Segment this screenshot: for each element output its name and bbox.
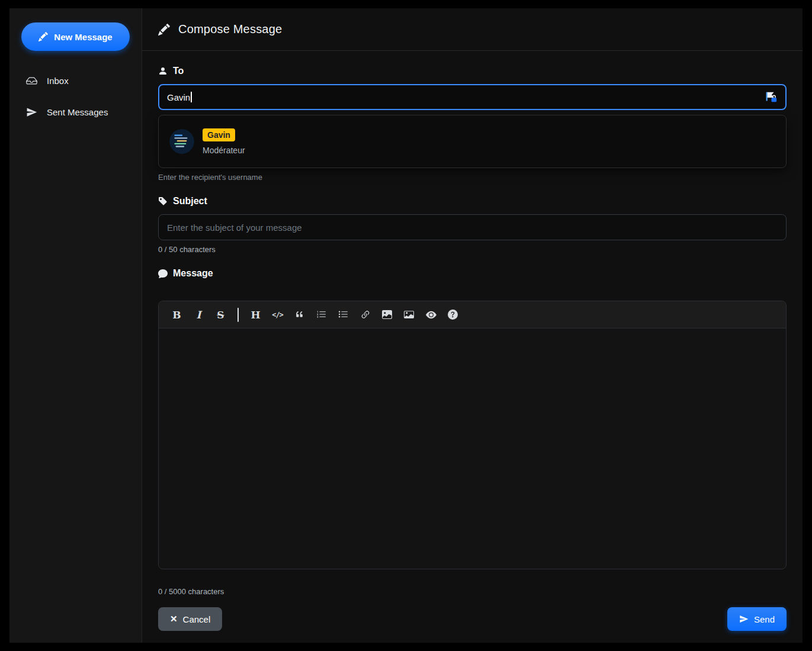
- to-input-value: Gavin: [167, 92, 190, 102]
- paper-plane-icon: [739, 614, 749, 624]
- message-label: Message: [173, 268, 213, 279]
- image-icon: [382, 310, 392, 320]
- form-actions: ✕ Cancel Send: [158, 607, 787, 631]
- browser-autofill-icon[interactable]: [765, 91, 778, 104]
- tag-icon: [158, 196, 168, 206]
- subject-section: Subject 0 / 50 characters: [158, 195, 787, 253]
- subject-counter: 0 / 50 characters: [158, 245, 787, 253]
- send-label: Send: [754, 614, 775, 624]
- toolbar-divider: [237, 308, 239, 322]
- message-counter: 0 / 5000 characters: [158, 587, 787, 595]
- unordered-list-button[interactable]: [332, 305, 354, 325]
- sidebar-item-label: Sent Messages: [47, 107, 108, 117]
- new-message-button[interactable]: New Message: [21, 22, 130, 51]
- cancel-label: Cancel: [183, 614, 211, 624]
- help-button[interactable]: [442, 305, 464, 325]
- italic-icon: I: [197, 309, 201, 321]
- paper-plane-icon: [26, 107, 37, 118]
- sidebar-item-sent-messages[interactable]: Sent Messages: [21, 100, 130, 124]
- chat-bubble-icon: [158, 269, 168, 278]
- send-button[interactable]: Send: [727, 607, 787, 631]
- compose-header: Compose Message: [142, 8, 803, 51]
- ordered-list-icon: [316, 310, 326, 320]
- pencil-icon: [38, 32, 48, 41]
- unordered-list-icon: [338, 310, 348, 320]
- page-title: Compose Message: [178, 22, 282, 36]
- inbox-icon: [26, 75, 37, 86]
- quote-icon: [294, 310, 304, 320]
- suggestion-username-highlight: Gavin: [203, 128, 235, 141]
- recipient-suggestion[interactable]: Gavin Modérateur: [158, 115, 787, 168]
- message-label-row: Message: [158, 268, 787, 279]
- strikethrough-button[interactable]: S: [210, 305, 232, 325]
- avatar: [169, 129, 194, 154]
- sidebar: New Message Inbox Sent Messages: [9, 8, 142, 643]
- heading-button[interactable]: H: [245, 305, 267, 325]
- main-panel: Compose Message To Gavin: [142, 8, 803, 643]
- autofill-shield-icon: [765, 91, 778, 104]
- message-editor: B I S H </>: [158, 301, 787, 569]
- image-button[interactable]: [376, 305, 398, 325]
- help-icon: [448, 310, 458, 320]
- pencil-icon: [158, 24, 170, 36]
- ordered-list-button[interactable]: [310, 305, 332, 325]
- message-body-input[interactable]: [159, 328, 786, 569]
- subject-input[interactable]: [158, 214, 787, 240]
- code-block-button[interactable]: </>: [267, 305, 288, 325]
- heading-icon: H: [251, 309, 260, 321]
- blockquote-button[interactable]: [288, 305, 310, 325]
- app-window: New Message Inbox Sent Messages Compose: [9, 8, 803, 643]
- italic-button[interactable]: I: [188, 305, 210, 325]
- cancel-button[interactable]: ✕ Cancel: [158, 607, 222, 631]
- image-card-button[interactable]: [398, 305, 420, 325]
- to-helper-text: Enter the recipient's username: [158, 173, 787, 181]
- editor-toolbar: B I S H </>: [159, 301, 786, 328]
- link-icon: [360, 310, 371, 320]
- eye-icon: [426, 310, 437, 320]
- new-message-label: New Message: [54, 32, 112, 42]
- suggestion-role: Modérateur: [203, 146, 245, 155]
- bold-icon: B: [172, 309, 181, 321]
- close-icon: ✕: [170, 614, 178, 624]
- bold-button[interactable]: B: [166, 305, 188, 325]
- subject-label-row: Subject: [158, 195, 787, 207]
- avatar-image: [169, 129, 194, 154]
- suggestion-text: Gavin Modérateur: [203, 128, 245, 155]
- text-caret: [191, 92, 192, 102]
- sidebar-nav: Inbox Sent Messages: [21, 69, 130, 124]
- image-card-icon: [404, 310, 414, 320]
- link-button[interactable]: [354, 305, 376, 325]
- message-section: Message B I S: [158, 268, 787, 595]
- subject-label: Subject: [173, 196, 207, 207]
- to-input[interactable]: Gavin: [158, 84, 787, 110]
- preview-button[interactable]: [420, 305, 442, 325]
- sidebar-item-label: Inbox: [47, 76, 69, 86]
- compose-form: To Gavin: [142, 51, 803, 643]
- code-icon: </>: [272, 311, 283, 319]
- sidebar-item-inbox[interactable]: Inbox: [21, 69, 130, 93]
- person-icon: [158, 66, 168, 76]
- to-label: To: [173, 66, 184, 76]
- to-label-row: To: [158, 65, 787, 77]
- strikethrough-icon: S: [217, 309, 224, 321]
